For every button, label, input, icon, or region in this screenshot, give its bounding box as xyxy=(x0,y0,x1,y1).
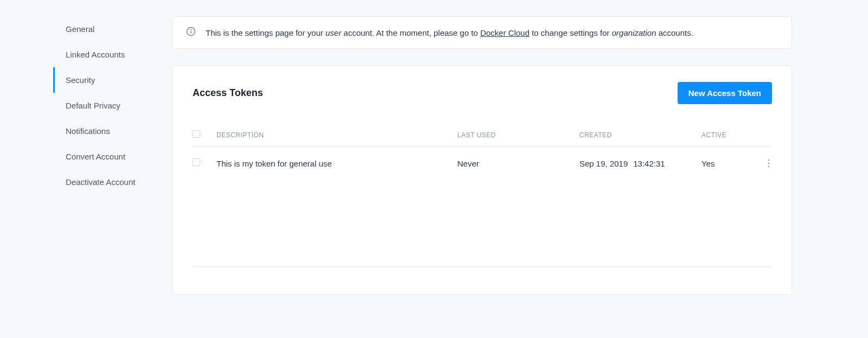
sidebar-item-default-privacy[interactable]: Default Privacy xyxy=(53,93,173,118)
access-tokens-panel: Access Tokens New Access Token DESCRIPTI… xyxy=(173,65,792,295)
select-all-checkbox[interactable] xyxy=(193,130,200,138)
svg-point-5 xyxy=(768,165,769,167)
token-last-used: Never xyxy=(457,159,579,168)
panel-title: Access Tokens xyxy=(193,87,263,99)
notice-text: This is the settings page for your user … xyxy=(206,28,693,37)
token-description: This is my token for general use xyxy=(216,159,457,168)
column-header-active: ACTIVE xyxy=(701,131,756,139)
sidebar-item-notifications[interactable]: Notifications xyxy=(53,118,173,144)
docker-cloud-link[interactable]: Docker Cloud xyxy=(480,28,529,37)
sidebar-item-linked-accounts[interactable]: Linked Accounts xyxy=(53,42,173,67)
svg-point-4 xyxy=(768,162,769,164)
account-notice: This is the settings page for your user … xyxy=(173,16,792,49)
tokens-table: DESCRIPTION LAST USED CREATED ACTIVE Thi… xyxy=(193,124,772,267)
row-actions-menu[interactable] xyxy=(765,157,772,170)
table-row: This is my token for general use Never S… xyxy=(193,147,772,180)
info-icon xyxy=(186,27,196,39)
sidebar-item-deactivate-account[interactable]: Deactivate Account xyxy=(53,169,173,195)
column-header-description: DESCRIPTION xyxy=(216,131,457,139)
svg-point-2 xyxy=(191,29,192,30)
sidebar-item-general[interactable]: General xyxy=(53,16,173,42)
column-header-created: CREATED xyxy=(579,131,701,139)
main-content: This is the settings page for your user … xyxy=(173,16,868,295)
column-header-last-used: LAST USED xyxy=(457,131,579,139)
sidebar-item-security[interactable]: Security xyxy=(53,67,173,93)
token-created: Sep 19, 201913:42:31 xyxy=(579,159,701,168)
sidebar-item-convert-account[interactable]: Convert Account xyxy=(53,144,173,169)
row-checkbox[interactable] xyxy=(193,158,200,166)
settings-sidebar: General Linked Accounts Security Default… xyxy=(53,16,173,295)
new-access-token-button[interactable]: New Access Token xyxy=(678,82,772,104)
table-divider xyxy=(193,266,772,267)
token-active: Yes xyxy=(701,159,756,168)
svg-point-3 xyxy=(768,159,769,161)
table-header: DESCRIPTION LAST USED CREATED ACTIVE xyxy=(193,124,772,147)
